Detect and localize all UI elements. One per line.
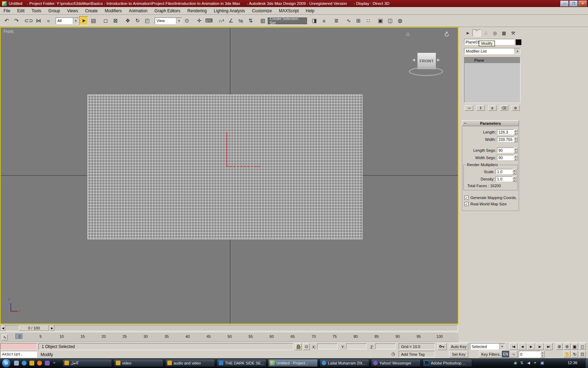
render-icon[interactable]: ◍ [396,16,405,25]
rendered-frame-window-icon[interactable]: ◫ [386,16,395,25]
add-time-tag[interactable]: Add Time Tag [399,351,435,357]
width-spinner[interactable]: ▲▼ [514,137,518,142]
absolute-mode-icon[interactable]: ⊡ [303,343,310,350]
track-bar[interactable]: ∿ 0 5 10 15 20 25 30 35 40 45 50 55 60 6… [0,332,458,342]
menu-file[interactable]: File [0,7,14,14]
redo-icon[interactable]: ↷ [12,16,21,25]
tray-volume-icon[interactable]: ◀ [527,361,530,365]
go-to-end-icon[interactable]: ▶I [544,343,553,350]
keyboard-override-icon[interactable]: ⌨ [204,16,214,25]
select-object-icon[interactable]: ➤ [79,16,88,25]
real-world-map-checkbox[interactable]: ✓ [464,202,469,206]
length-field[interactable]: 126.3 [497,129,514,135]
use-pivot-center-icon[interactable]: ⊙ [182,16,191,25]
rectangular-region-icon[interactable]: ◻ [101,16,110,25]
layer-manager-icon[interactable]: ≣ [332,16,341,25]
quick-launch-overflow-icon[interactable]: » [53,360,55,364]
tab-motion-icon[interactable]: ◎ [491,29,499,36]
bind-to-spacewarp-icon[interactable]: ≈ [44,16,53,25]
scale-field[interactable]: 1.0 [496,169,512,174]
tab-modify-icon[interactable]: ⌒ [472,29,481,36]
menu-modifiers[interactable]: Modifiers [101,7,125,14]
selection-filter-dropdown[interactable]: All ▼ [56,18,79,24]
menu-graph-editors[interactable]: Graph Editors [151,7,184,14]
menu-tools[interactable]: Tools [28,7,45,14]
play-icon[interactable]: ▶ [527,343,535,350]
percent-snap-icon[interactable]: % [236,16,245,25]
menu-group[interactable]: Group [45,7,63,14]
tab-hierarchy-icon[interactable]: ∴ [482,29,490,36]
width-segs-field[interactable]: 90 [497,155,514,160]
object-color-swatch[interactable] [516,39,522,45]
menu-views[interactable]: Views [63,7,82,14]
tab-display-icon[interactable]: ▦ [500,29,508,36]
go-to-start-icon[interactable]: I◀ [509,343,518,350]
menu-help[interactable]: Help [302,7,318,14]
menu-rendering[interactable]: Rendering [184,7,210,14]
align-icon[interactable]: ≡ [320,16,329,25]
current-frame-field[interactable]: 0 [519,351,540,357]
menu-maxscript[interactable]: MAXScript [275,7,302,14]
undo-icon[interactable]: ↶ [2,16,11,25]
schematic-view-icon[interactable]: ⊞ [354,16,363,25]
internet-explorer-icon[interactable] [22,361,27,366]
tray-messenger-icon[interactable]: ✦ [533,361,537,365]
pan-icon[interactable]: ✋ [564,351,570,357]
next-frame-icon[interactable]: ▶ [536,343,544,350]
previous-frame-arrow[interactable]: ◀ [1,325,5,331]
z-coordinate-field[interactable] [375,343,396,349]
coordinate-system-dropdown[interactable]: View ▼ [155,18,182,24]
spinner-snap-icon[interactable]: ⇅ [246,16,255,25]
taskbar-button[interactable]: كامل [62,359,112,367]
folder-icon[interactable] [29,361,34,366]
generate-mapping-checkbox[interactable]: ✓ [464,196,469,200]
select-and-scale-icon[interactable]: ◰ [143,16,152,25]
close-button[interactable]: ✕ [579,1,587,7]
viewport-label[interactable]: Front [4,29,13,34]
select-and-link-icon[interactable]: ⊂⊃ [24,16,33,25]
arc-rotate-icon[interactable]: ↻ [571,351,578,357]
messenger-icon[interactable] [45,361,50,366]
zoom-extents-icon[interactable]: ▣ [571,343,578,350]
set-key-button[interactable]: Set Key [449,351,468,357]
key-mode-toggle-icon[interactable]: ∿ [509,351,518,357]
width-segs-spinner[interactable]: ▲▼ [514,155,518,160]
mirror-icon[interactable]: ◨ [310,16,319,25]
zoom-icon[interactable]: ⊕ [556,343,563,350]
select-and-move-icon[interactable]: ✥ [123,16,132,25]
render-setup-icon[interactable]: ▣ [376,16,385,25]
menu-lighting-analysis[interactable]: Lighting Analysis [210,7,248,14]
curve-editor-icon[interactable]: ∿ [344,16,353,25]
maxscript-mini-listener[interactable]: AXScript. [0,351,37,358]
zoom-region-icon[interactable]: ◻ [579,343,586,350]
y-coordinate-field[interactable] [346,343,366,349]
start-button[interactable]: ⊞ [2,359,11,368]
viewcube-compass-ring[interactable] [409,67,443,76]
mini-curve-editor-icon[interactable]: ∿ [2,334,8,340]
viewcube-right-arrow[interactable]: ▶ [437,58,440,62]
menu-create[interactable]: Create [82,7,101,14]
media-player-icon[interactable] [37,361,42,366]
next-frame-arrow[interactable]: ▶ [50,325,54,331]
remove-modifier-icon[interactable]: ⌫ [500,105,508,111]
minimize-button[interactable]: — [560,1,569,7]
select-and-rotate-icon[interactable]: ↻ [133,16,142,25]
taskbar-button[interactable]: video [114,359,163,367]
length-spinner[interactable]: ▲▼ [514,129,518,135]
language-indicator[interactable]: EN [502,351,509,357]
viewcube-left-arrow[interactable]: ◀ [412,58,415,62]
orbit-arrow-icon[interactable]: ↻ [442,30,451,40]
previous-frame-icon[interactable]: ◀ [518,343,526,350]
taskbar-button[interactable]: THE DARK SIDE SE... [217,359,266,367]
plane-object[interactable] [88,95,362,239]
tab-utilities-icon[interactable]: ⚒ [509,29,517,36]
taskbar-button-active[interactable]: Untitled - Project... [268,359,318,367]
tray-update-icon[interactable]: ▣ [540,361,544,365]
modifier-stack[interactable]: Plane [464,57,520,103]
unlink-selection-icon[interactable]: ⋈ [34,16,43,25]
macro-recorder-field[interactable] [0,343,37,350]
taskbar-button[interactable]: audio and video [165,359,215,367]
zoom-all-icon[interactable]: ⊛ [564,343,570,350]
tray-shield-icon[interactable]: ◉ [514,361,517,365]
modifier-list-dropdown[interactable]: Modifier List ▼ [464,48,520,54]
